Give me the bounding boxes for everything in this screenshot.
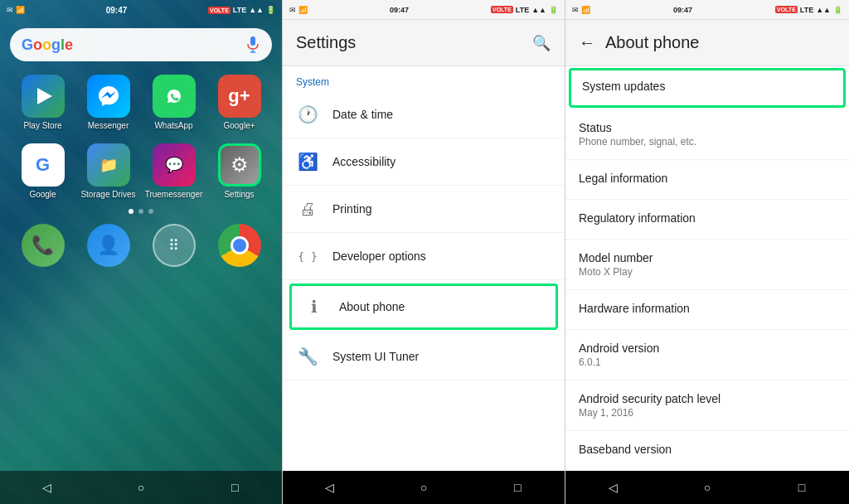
settings-home-button[interactable]: ○ (411, 475, 436, 500)
search-icon[interactable]: 🔍 (531, 33, 551, 53)
settings-nav-bar: ◁ ○ □ (283, 471, 565, 504)
about-item-android-version-sub: 6.0.1 (579, 356, 836, 368)
about-item-system-updates-label: System updates (582, 80, 832, 93)
settings-sim-icon: ✉ (289, 6, 296, 14)
settings-back-button[interactable]: ◁ (318, 475, 342, 500)
developer-icon: { } (296, 245, 319, 268)
settings-item-uituner[interactable]: 🔧 System UI Tuner (283, 333, 565, 380)
app-google-plus[interactable]: g+ Google+ (210, 75, 269, 130)
about-back-button[interactable]: ← (579, 33, 595, 52)
about-status-time: 09:47 (673, 6, 692, 14)
microphone-icon[interactable] (245, 37, 260, 52)
settings-item-datetime-label: Date & time (332, 108, 393, 121)
volte-badge: VOLTE (208, 7, 230, 14)
about-header: ← About phone (565, 20, 849, 66)
about-item-model[interactable]: Model number Moto X Play (565, 240, 849, 290)
about-back-nav-button[interactable]: ◁ (600, 475, 625, 500)
dock-app-drawer[interactable]: ⠿ (144, 224, 203, 267)
app-google[interactable]: G Google (13, 143, 72, 199)
settings-item-printing[interactable]: 🖨 Printing (283, 186, 565, 233)
about-wifi-icon: 📶 (581, 6, 590, 14)
dock-contacts[interactable]: 👤 (79, 224, 138, 267)
settings-item-accessibility[interactable]: ♿ Accessibility (283, 138, 565, 186)
settings-status-bar: ✉ 📶 09:47 VOLTE LTE ▲▲ 🔋 (283, 0, 565, 20)
about-item-status-label: Status (579, 121, 836, 134)
app-messenger[interactable]: Messenger (79, 75, 138, 130)
about-item-legal-label: Legal information (579, 172, 836, 185)
google-logo: Google (22, 36, 73, 54)
app-storage-drives[interactable]: 📁 Storage Drives (79, 143, 138, 199)
settings-volte-badge: VOLTE (491, 6, 513, 13)
settings-item-datetime[interactable]: 🕐 Date & time (283, 91, 565, 138)
about-lte: LTE (800, 6, 813, 14)
recents-button[interactable]: □ (222, 475, 247, 500)
app-settings[interactable]: ⚙ Settings (210, 143, 269, 199)
about-item-regulatory-label: Regulatory information (579, 211, 836, 225)
about-item-security-patch[interactable]: Android security patch level May 1, 2016 (565, 380, 849, 431)
dock-chrome[interactable] (210, 224, 269, 267)
settings-status-left: ✉ 📶 (289, 6, 308, 14)
app-truemessenger[interactable]: 💬 Truemessenger (144, 143, 203, 199)
signal-icon: ▲▲ (249, 6, 264, 14)
about-sim-icon: ✉ (572, 6, 579, 14)
about-item-model-sub: Moto X Play (579, 266, 836, 278)
svg-rect-0 (250, 36, 255, 46)
about-home-button[interactable]: ○ (695, 475, 720, 500)
home-nav-bar: ◁ ○ □ (0, 471, 282, 504)
lte-text: LTE (233, 6, 246, 14)
about-item-system-updates[interactable]: System updates (569, 68, 846, 108)
app-grid-row1: Play Store Messenger WhatsApp (0, 68, 282, 137)
settings-item-developer-label: Developer options (332, 250, 426, 263)
home-screen-panel: ✉ 📶 09:47 VOLTE LTE ▲▲ 🔋 Google (0, 0, 282, 504)
dot-1 (129, 209, 133, 214)
settings-item-developer[interactable]: { } Developer options (283, 233, 565, 280)
about-item-regulatory[interactable]: Regulatory information (565, 200, 849, 240)
settings-section-system: System (283, 66, 565, 91)
about-body: System updates Status Phone number, sign… (565, 66, 849, 471)
battery-icon: 🔋 (266, 6, 275, 14)
app-whatsapp[interactable]: WhatsApp (144, 75, 203, 130)
home-status-bar: ✉ 📶 09:47 VOLTE LTE ▲▲ 🔋 (0, 0, 282, 20)
about-item-model-label: Model number (579, 251, 836, 264)
about-item-status[interactable]: Status Phone number, signal, etc. (565, 109, 849, 160)
status-time: 09:47 (106, 6, 128, 15)
settings-panel: ✉ 📶 09:47 VOLTE LTE ▲▲ 🔋 Settings 🔍 Syst… (282, 0, 565, 504)
about-volte-badge: VOLTE (775, 6, 798, 13)
about-status-left: ✉ 📶 (572, 6, 590, 14)
printing-icon: 🖨 (296, 197, 319, 220)
about-item-status-sub: Phone number, signal, etc. (579, 136, 836, 148)
about-status-right: VOLTE LTE ▲▲ 🔋 (775, 6, 842, 14)
about-item-baseband[interactable]: Baseband version (565, 431, 849, 471)
settings-recents-button[interactable]: □ (505, 475, 530, 500)
settings-item-about[interactable]: ℹ About phone (289, 284, 558, 330)
about-status-bar: ✉ 📶 09:47 VOLTE LTE ▲▲ 🔋 (565, 0, 849, 20)
status-bar-left: ✉ 📶 (7, 6, 25, 14)
settings-item-accessibility-label: Accessibility (332, 155, 395, 168)
google-search-bar[interactable]: Google (10, 28, 272, 61)
about-item-legal[interactable]: Legal information (565, 160, 849, 200)
settings-signal-icon: ▲▲ (531, 6, 546, 14)
about-item-baseband-label: Baseband version (579, 443, 836, 456)
settings-body: System 🕐 Date & time ♿ Accessibility 🖨 P… (283, 66, 565, 471)
about-item-android-version-label: Android version (579, 342, 836, 355)
settings-item-uituner-label: System UI Tuner (332, 350, 419, 363)
about-item-security-patch-sub: May 1, 2016 (579, 407, 836, 419)
settings-header: Settings 🔍 (283, 20, 565, 66)
about-item-hardware[interactable]: Hardware information (565, 290, 849, 330)
about-phone-icon: ℹ (303, 295, 326, 318)
status-bar-right: VOLTE LTE ▲▲ 🔋 (208, 6, 275, 14)
sim-icon: ✉ (7, 6, 13, 14)
back-button[interactable]: ◁ (35, 475, 60, 500)
about-signal-icon: ▲▲ (816, 6, 831, 14)
wifi-icon: 📶 (16, 6, 25, 14)
dock-phone[interactable]: 📞 (13, 224, 72, 267)
settings-wifi-icon: 📶 (298, 6, 308, 14)
about-nav-bar: ◁ ○ □ (565, 471, 849, 504)
settings-item-about-label: About phone (339, 300, 405, 313)
app-play-store[interactable]: Play Store (13, 75, 72, 130)
about-recents-button[interactable]: □ (789, 475, 814, 500)
home-button[interactable]: ○ (129, 475, 153, 500)
about-item-security-patch-label: Android security patch level (579, 392, 836, 405)
about-phone-panel: ✉ 📶 09:47 VOLTE LTE ▲▲ 🔋 ← About phone S… (565, 0, 849, 504)
about-item-android-version[interactable]: Android version 6.0.1 (565, 330, 849, 380)
